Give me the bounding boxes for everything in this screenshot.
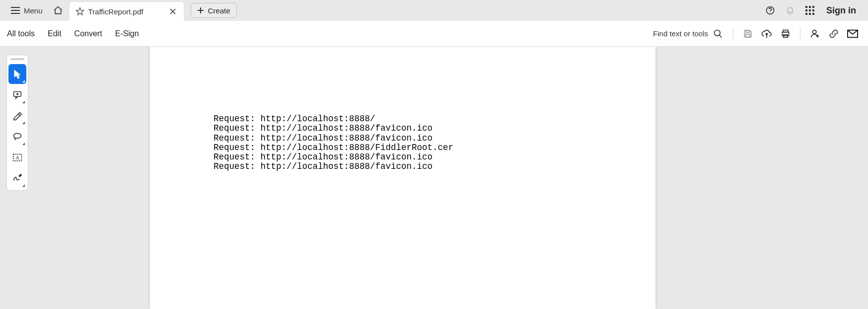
comment-icon <box>12 90 22 99</box>
help-icon <box>765 5 775 15</box>
svg-marker-3 <box>76 8 83 15</box>
page-area[interactable]: Request: http://localhost:8888/ Request:… <box>35 47 771 309</box>
svg-point-33 <box>14 133 21 138</box>
svg-rect-13 <box>805 9 807 11</box>
help-button[interactable] <box>762 2 779 19</box>
document-text: Request: http://localhost:8888/ Request:… <box>214 114 655 172</box>
svg-rect-17 <box>809 13 811 15</box>
right-margin <box>771 47 868 309</box>
home-button[interactable] <box>50 2 67 19</box>
plus-icon <box>197 7 204 14</box>
svg-rect-11 <box>809 6 811 8</box>
tab-close-button[interactable] <box>168 6 178 16</box>
svg-point-19 <box>715 30 721 36</box>
main-toolbar: All tools Edit Convert E-Sign Find text … <box>0 21 868 47</box>
svg-rect-12 <box>812 6 814 8</box>
document-tab-title: TrafficReport.pdf <box>88 7 164 16</box>
print-icon <box>781 29 791 39</box>
save-icon <box>743 29 753 39</box>
textbox-tool[interactable]: A <box>8 148 26 167</box>
notifications-button[interactable] <box>782 2 798 19</box>
search-icon <box>713 29 723 39</box>
share-user-button[interactable] <box>806 25 823 42</box>
find-text-label: Find text or tools <box>653 29 708 38</box>
menu-button[interactable]: Menu <box>7 4 47 17</box>
select-tool[interactable] <box>8 64 26 84</box>
toolbar-esign[interactable]: E-Sign <box>115 29 139 38</box>
sign-in-button[interactable]: Sign in <box>821 5 861 16</box>
toolbar-edit[interactable]: Edit <box>48 29 62 38</box>
star-icon <box>75 7 84 16</box>
svg-rect-18 <box>812 13 814 15</box>
separator <box>733 27 733 41</box>
envelope-icon <box>847 29 858 38</box>
titlebar: Menu TrafficReport.pdf Create Sign in <box>0 0 868 21</box>
svg-rect-22 <box>746 34 750 37</box>
comment-tool[interactable] <box>8 85 26 105</box>
hamburger-icon <box>11 7 20 14</box>
svg-point-9 <box>770 12 770 13</box>
cloud-upload-icon <box>761 29 772 39</box>
highlight-tool[interactable] <box>8 106 26 126</box>
svg-text:A: A <box>15 155 19 160</box>
textbox-icon: A <box>12 153 22 162</box>
save-button[interactable] <box>739 25 756 42</box>
left-rail: A <box>0 47 35 309</box>
svg-rect-21 <box>746 30 750 32</box>
find-text-button[interactable]: Find text or tools <box>653 29 727 39</box>
svg-rect-16 <box>805 13 807 15</box>
svg-rect-10 <box>805 6 807 8</box>
pdf-page: Request: http://localhost:8888/ Request:… <box>150 47 655 309</box>
toolbar-all-tools[interactable]: All tools <box>7 29 35 38</box>
sign-tool[interactable] <box>8 168 26 188</box>
signature-icon <box>12 174 22 183</box>
upload-cloud-button[interactable] <box>758 25 775 42</box>
separator <box>800 27 800 41</box>
draw-tool[interactable] <box>8 127 26 147</box>
link-button[interactable] <box>825 25 842 42</box>
bell-icon <box>785 5 795 15</box>
print-button[interactable] <box>777 25 794 42</box>
create-label: Create <box>208 6 230 15</box>
email-button[interactable] <box>844 25 861 42</box>
create-button[interactable]: Create <box>191 3 237 18</box>
link-icon <box>829 29 839 39</box>
titlebar-right: Sign in <box>762 2 861 19</box>
svg-line-20 <box>720 35 722 37</box>
svg-point-26 <box>812 30 816 33</box>
toolbar-convert[interactable]: Convert <box>74 29 102 38</box>
menu-label: Menu <box>24 6 43 15</box>
svg-rect-15 <box>812 9 814 11</box>
user-plus-icon <box>809 28 820 39</box>
home-icon <box>53 5 63 15</box>
panel-grip[interactable] <box>10 58 24 60</box>
cursor-icon <box>13 69 22 79</box>
lasso-icon <box>12 132 22 141</box>
toolbar-right: Find text or tools <box>653 25 861 42</box>
tool-panel: A <box>6 55 28 191</box>
apps-button[interactable] <box>801 2 818 19</box>
svg-rect-14 <box>809 9 811 11</box>
document-tab[interactable]: TrafficReport.pdf <box>70 2 184 21</box>
highlighter-icon <box>12 111 22 121</box>
close-icon <box>170 8 176 14</box>
toolbar-left: All tools Edit Convert E-Sign <box>7 29 139 38</box>
apps-grid-icon <box>805 6 814 15</box>
workspace: A Request: http://localhost:8888/ Reques… <box>0 47 868 309</box>
